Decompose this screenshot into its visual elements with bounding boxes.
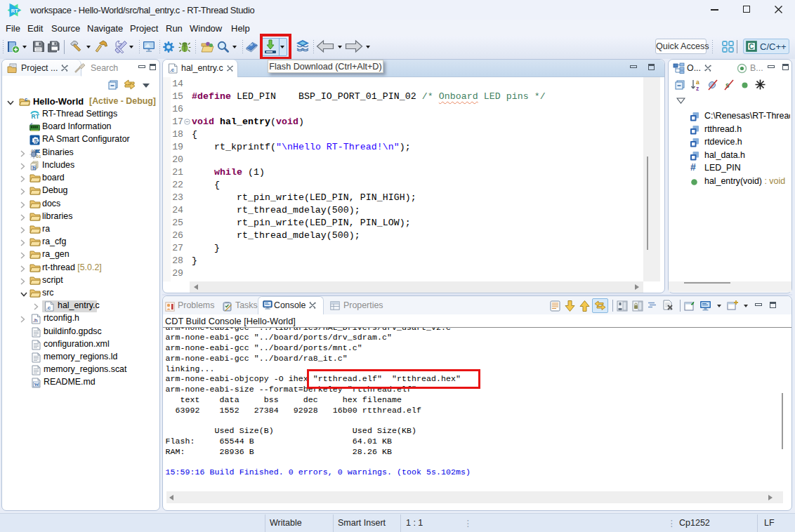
svg-text:z: z bbox=[696, 85, 699, 92]
svg-text:C: C bbox=[749, 43, 754, 51]
svg-text:RT: RT bbox=[11, 8, 18, 14]
